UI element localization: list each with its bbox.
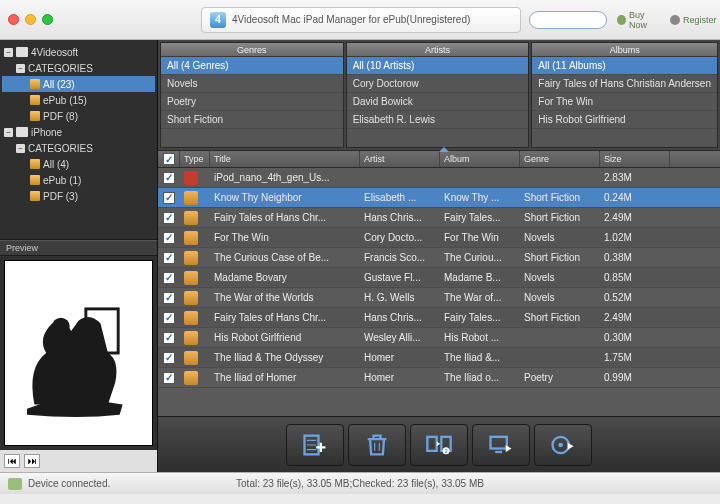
sync-itunes-button[interactable] <box>534 424 592 466</box>
cell-genre <box>520 348 600 367</box>
table-row[interactable]: ✓The Iliad of HomerHomerThe Iliad o...Po… <box>158 368 720 388</box>
cell-title: Madame Bovary <box>210 268 360 287</box>
table-row[interactable]: ✓Madame BovaryGustave Fl...Madame B...No… <box>158 268 720 288</box>
zoom-icon[interactable] <box>42 14 53 25</box>
table-row[interactable]: ✓Fairy Tales of Hans Chr...Hans Chris...… <box>158 308 720 328</box>
filter-item[interactable]: Poetry <box>161 93 343 111</box>
checkbox-all[interactable]: ✓ <box>163 153 175 165</box>
add-file-button[interactable] <box>286 424 344 466</box>
search-input[interactable] <box>529 11 607 29</box>
cell-title: The Iliad of Homer <box>210 368 360 387</box>
table-body[interactable]: ✓iPod_nano_4th_gen_Us...2.83M✓Know Thy N… <box>158 168 720 416</box>
tree-category-item[interactable]: ePub (1) <box>2 172 155 188</box>
genres-list[interactable]: All (4 Genres)NovelsPoetryShort Fiction <box>161 57 343 147</box>
filter-item[interactable]: Cory Doctorow <box>347 75 529 93</box>
filter-item[interactable]: For The Win <box>532 93 717 111</box>
row-checkbox[interactable]: ✓ <box>163 252 175 264</box>
prev-button[interactable]: ⏮ <box>4 454 20 468</box>
epub-icon <box>184 271 198 285</box>
cell-album <box>440 168 520 187</box>
cell-size: 0.24M <box>600 188 670 207</box>
table-row[interactable]: ✓The War of the WorldsH. G. WellsThe War… <box>158 288 720 308</box>
col-check[interactable]: ✓ <box>158 151 180 167</box>
tree-category-item[interactable]: All (4) <box>2 156 155 172</box>
table-row[interactable]: ✓For The WinCory Docto...For The WinNove… <box>158 228 720 248</box>
col-album[interactable]: Album <box>440 151 520 167</box>
filter-all[interactable]: All (10 Artists) <box>347 57 529 75</box>
filter-item[interactable]: Novels <box>161 75 343 93</box>
tree-device[interactable]: −4Videosoft <box>2 44 155 60</box>
row-checkbox[interactable]: ✓ <box>163 192 175 204</box>
cell-title: Fairy Tales of Hans Chr... <box>210 208 360 227</box>
cell-artist: Wesley Alli... <box>360 328 440 347</box>
cell-size: 0.85M <box>600 268 670 287</box>
cell-genre: Poetry <box>520 368 600 387</box>
collapse-icon[interactable]: − <box>16 144 25 153</box>
category-label: ePub (15) <box>43 95 87 106</box>
table-row[interactable]: ✓His Robot GirlfriendWesley Alli...His R… <box>158 328 720 348</box>
col-genre[interactable]: Genre <box>520 151 600 167</box>
filter-all[interactable]: All (4 Genres) <box>161 57 343 75</box>
filter-item[interactable]: His Robot Girlfriend <box>532 111 717 129</box>
tree-category-item[interactable]: PDF (8) <box>2 108 155 124</box>
col-artist[interactable]: Artist <box>360 151 440 167</box>
register-link[interactable]: Register <box>670 15 717 25</box>
row-checkbox[interactable]: ✓ <box>163 352 175 364</box>
col-size[interactable]: Size <box>600 151 670 167</box>
delete-button[interactable] <box>348 424 406 466</box>
tree-category-item[interactable]: All (23) <box>2 76 155 92</box>
table-row[interactable]: ✓Fairy Tales of Hans Chr...Hans Chris...… <box>158 208 720 228</box>
row-checkbox[interactable]: ✓ <box>163 292 175 304</box>
collapse-icon[interactable]: − <box>16 64 25 73</box>
tree-categories[interactable]: −CATEGORIES <box>2 140 155 156</box>
filter-item[interactable]: Fairy Tales of Hans Christian Andersen <box>532 75 717 93</box>
cell-artist: Homer <box>360 368 440 387</box>
cell-artist: Homer <box>360 348 440 367</box>
cell-title: The War of the Worlds <box>210 288 360 307</box>
transfer-button[interactable]: 2 <box>410 424 468 466</box>
cell-size: 0.52M <box>600 288 670 307</box>
close-icon[interactable] <box>8 14 19 25</box>
buy-now-link[interactable]: Buy Now <box>617 10 660 30</box>
cell-artist: Hans Chris... <box>360 308 440 327</box>
collapse-icon[interactable]: − <box>4 128 13 137</box>
book-icon <box>30 191 40 201</box>
device-label: 4Videosoft <box>31 47 78 58</box>
table-row[interactable]: ✓The Iliad & The OdysseyHomerThe Iliad &… <box>158 348 720 368</box>
col-type[interactable]: Type <box>180 151 210 167</box>
genres-panel: Genres All (4 Genres)NovelsPoetryShort F… <box>160 42 344 148</box>
collapse-icon[interactable]: − <box>4 48 13 57</box>
cell-album: Fairy Tales... <box>440 308 520 327</box>
table-row[interactable]: ✓iPod_nano_4th_gen_Us...2.83M <box>158 168 720 188</box>
next-button[interactable]: ⏭ <box>24 454 40 468</box>
row-checkbox[interactable]: ✓ <box>163 232 175 244</box>
row-checkbox[interactable]: ✓ <box>163 312 175 324</box>
categories-label: CATEGORIES <box>28 63 93 74</box>
col-title[interactable]: Title <box>210 151 360 167</box>
filter-item[interactable]: Elisabeth R. Lewis <box>347 111 529 129</box>
filter-item[interactable]: Short Fiction <box>161 111 343 129</box>
cell-album: The Curiou... <box>440 248 520 267</box>
minimize-icon[interactable] <box>25 14 36 25</box>
filter-item[interactable]: David Bowick <box>347 93 529 111</box>
device-tree[interactable]: −4Videosoft−CATEGORIESAll (23)ePub (15)P… <box>0 40 157 240</box>
table-row[interactable]: ✓Know Thy NeighborElisabeth ...Know Thy … <box>158 188 720 208</box>
preview-controls: ⏮ ⏭ <box>0 450 157 472</box>
filter-all[interactable]: All (11 Albums) <box>532 57 717 75</box>
tree-category-item[interactable]: ePub (15) <box>2 92 155 108</box>
row-checkbox[interactable]: ✓ <box>163 272 175 284</box>
cell-genre: Short Fiction <box>520 208 600 227</box>
row-checkbox[interactable]: ✓ <box>163 172 175 184</box>
tree-device[interactable]: −iPhone <box>2 124 155 140</box>
table-row[interactable]: ✓The Curious Case of Be...Francis Sco...… <box>158 248 720 268</box>
tree-categories[interactable]: −CATEGORIES <box>2 60 155 76</box>
tree-category-item[interactable]: PDF (3) <box>2 188 155 204</box>
export-to-pc-button[interactable] <box>472 424 530 466</box>
cell-artist <box>360 168 440 187</box>
row-checkbox[interactable]: ✓ <box>163 332 175 344</box>
albums-list[interactable]: All (11 Albums)Fairy Tales of Hans Chris… <box>532 57 717 147</box>
artists-list[interactable]: All (10 Artists)Cory DoctorowDavid Bowic… <box>347 57 529 147</box>
row-checkbox[interactable]: ✓ <box>163 372 175 384</box>
row-checkbox[interactable]: ✓ <box>163 212 175 224</box>
cell-album: The Iliad &... <box>440 348 520 367</box>
